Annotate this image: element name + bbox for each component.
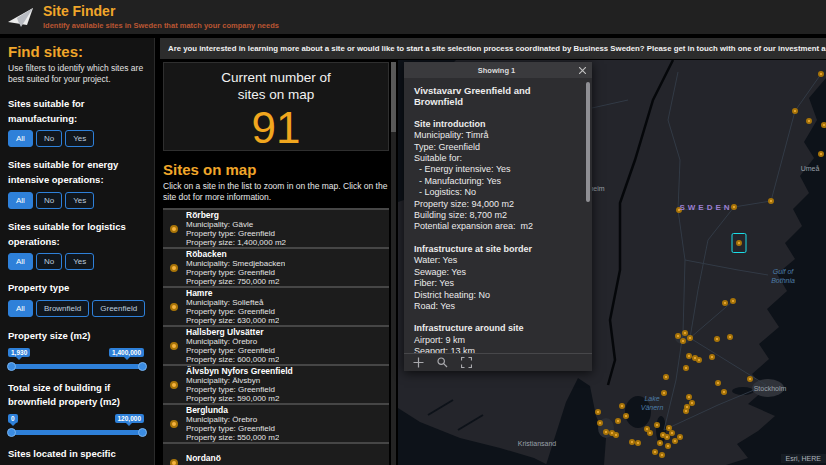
slider-track[interactable] bbox=[8, 430, 146, 435]
slider-min-value[interactable]: 0 bbox=[8, 414, 18, 423]
site-map-dot[interactable] bbox=[731, 204, 737, 210]
site-map-dot[interactable] bbox=[714, 336, 720, 342]
site-map-dot[interactable] bbox=[669, 430, 675, 436]
site-map-dot[interactable] bbox=[665, 443, 671, 449]
expand-icon[interactable] bbox=[461, 357, 472, 368]
popup-detail-line: - Manufacturing: Yes bbox=[414, 176, 580, 187]
site-map-dot[interactable] bbox=[659, 452, 665, 458]
site-attribute: Municipality: Örebro bbox=[186, 415, 279, 424]
site-map-dot[interactable] bbox=[818, 151, 824, 157]
filter-groups: Sites suitable for manufacturing:AllNoYe… bbox=[8, 97, 146, 317]
site-map-dot[interactable] bbox=[676, 207, 682, 213]
site-map-dot[interactable] bbox=[818, 71, 824, 77]
site-list-heading: Sites on map bbox=[163, 161, 389, 178]
site-map-dot[interactable] bbox=[663, 374, 669, 380]
site-map-dot[interactable] bbox=[615, 418, 621, 424]
site-map-dot[interactable] bbox=[730, 298, 736, 304]
site-map-dot[interactable] bbox=[652, 449, 658, 455]
site-map-dot[interactable] bbox=[635, 440, 641, 446]
filter-option-yes[interactable]: Yes bbox=[65, 192, 94, 209]
site-map-dot[interactable] bbox=[747, 376, 753, 382]
list-scrollbar-thumb[interactable] bbox=[391, 62, 396, 132]
site-map-dot[interactable] bbox=[657, 440, 663, 446]
site-map-dot[interactable] bbox=[654, 422, 660, 428]
dock-icon[interactable] bbox=[413, 357, 424, 368]
site-list-item[interactable]: NordanöMunicipality: Avesta bbox=[163, 442, 389, 465]
filter-option-all[interactable]: All bbox=[8, 253, 33, 270]
site-name: Hamre bbox=[186, 288, 279, 298]
filter-option-no[interactable]: No bbox=[36, 192, 62, 209]
site-map-dot[interactable] bbox=[680, 338, 686, 344]
filter-option-all[interactable]: All bbox=[8, 192, 33, 209]
filter-option-all[interactable]: All bbox=[8, 130, 33, 147]
slider-handle-min[interactable] bbox=[7, 428, 16, 437]
site-map-dot[interactable] bbox=[806, 118, 812, 124]
slider-handle-max[interactable] bbox=[138, 428, 147, 437]
site-list-item[interactable]: HamreMunicipality: SollefteåProperty typ… bbox=[163, 286, 389, 325]
slider-min-value[interactable]: 1,930 bbox=[8, 348, 30, 357]
site-attribute: Property type: Greenfield bbox=[186, 346, 279, 355]
site-list-item[interactable]: RöbackenMunicipality: SmedjebackenProper… bbox=[163, 247, 389, 286]
filter-options: AllNoYes bbox=[8, 130, 146, 147]
site-map-dot[interactable] bbox=[595, 409, 601, 415]
site-dot-icon bbox=[170, 303, 178, 311]
site-map-dot[interactable] bbox=[696, 357, 702, 363]
site-attribute: Property size: 600,000 m2 bbox=[186, 355, 279, 364]
site-map-dot[interactable] bbox=[687, 335, 693, 341]
site-map-dot[interactable] bbox=[619, 403, 625, 409]
list-scrollbar bbox=[391, 62, 396, 465]
site-map-dot[interactable] bbox=[821, 122, 826, 128]
slider-max-value[interactable]: 1,400,000 bbox=[109, 348, 144, 357]
site-attribute: Property type: Greenfield bbox=[186, 307, 279, 316]
site-map-dot[interactable] bbox=[683, 408, 689, 414]
filter-option-greenfield[interactable]: Greenfield bbox=[92, 300, 145, 317]
slider-handle-max[interactable] bbox=[138, 362, 147, 371]
site-map-dot[interactable] bbox=[709, 354, 715, 360]
site-map-dot[interactable] bbox=[768, 198, 774, 204]
site-map-dot[interactable] bbox=[609, 430, 615, 436]
selected-site-highlight[interactable] bbox=[732, 233, 747, 253]
sidebar-description: Use filters to identify which sites are … bbox=[8, 63, 146, 86]
site-map-dot[interactable] bbox=[721, 389, 727, 395]
filter-option-all[interactable]: All bbox=[8, 300, 33, 317]
page-title: Site Finder bbox=[43, 4, 279, 19]
site-map-dot[interactable] bbox=[715, 380, 721, 386]
site-list-item[interactable]: BerglundaMunicipality: ÖrebroProperty ty… bbox=[163, 403, 389, 442]
dropdown-group: Sites located in specific municipality bbox=[8, 447, 146, 465]
popup-section-heading: Infrastructure around site bbox=[414, 323, 580, 334]
site-map-dot[interactable] bbox=[689, 400, 695, 406]
popup-body: Vivstavarv Greenfield and Brownfield Sit… bbox=[404, 78, 592, 353]
site-name: Nordanö bbox=[186, 453, 256, 463]
map-attribution: Esri, HERE bbox=[781, 454, 826, 463]
slider-label: Property size (m2) bbox=[8, 329, 146, 344]
popup-detail-line: District heating: No bbox=[414, 290, 580, 301]
close-icon[interactable] bbox=[575, 67, 589, 74]
site-map-dot[interactable] bbox=[647, 430, 653, 436]
dropdown-label: Sites located in specific municipality bbox=[8, 447, 146, 465]
zoom-to-icon[interactable] bbox=[437, 357, 448, 368]
site-map-dot[interactable] bbox=[792, 108, 798, 114]
filter-option-yes[interactable]: Yes bbox=[65, 130, 94, 147]
filter-option-no[interactable]: No bbox=[36, 253, 62, 270]
app-header: Site Finder Identify available sites in … bbox=[0, 0, 826, 34]
site-map-dot[interactable] bbox=[683, 365, 689, 371]
filter-option-no[interactable]: No bbox=[36, 130, 62, 147]
site-list-item[interactable]: RörbergMunicipality: GävleProperty type:… bbox=[163, 208, 389, 247]
filter-label: Sites suitable for manufacturing: bbox=[8, 97, 146, 126]
site-map-dot[interactable] bbox=[677, 434, 683, 440]
site-map-dot[interactable] bbox=[722, 300, 728, 306]
site-list-item[interactable]: Hallsberg UlvsätterMunicipality: ÖrebroP… bbox=[163, 325, 389, 364]
filter-option-brownfield[interactable]: Brownfield bbox=[36, 300, 89, 317]
slider-handle-min[interactable] bbox=[7, 362, 16, 371]
site-list-item[interactable]: Älvsbyn Nyfors GreenfieldMunicipality: Ä… bbox=[163, 364, 389, 403]
site-map-dot[interactable] bbox=[675, 333, 681, 339]
slider-track[interactable] bbox=[8, 364, 146, 369]
slider-max-value[interactable]: 120,000 bbox=[115, 414, 145, 423]
filter-option-yes[interactable]: Yes bbox=[65, 253, 94, 270]
site-map-dot[interactable] bbox=[661, 390, 667, 396]
popup-scrollbar-thumb[interactable] bbox=[586, 82, 590, 202]
site-map-dot[interactable] bbox=[727, 334, 733, 340]
site-map-dot[interactable] bbox=[597, 420, 603, 426]
site-map-dot[interactable] bbox=[623, 413, 629, 419]
site-text: Älvsbyn Nyfors GreenfieldMunicipality: Ä… bbox=[186, 366, 293, 404]
